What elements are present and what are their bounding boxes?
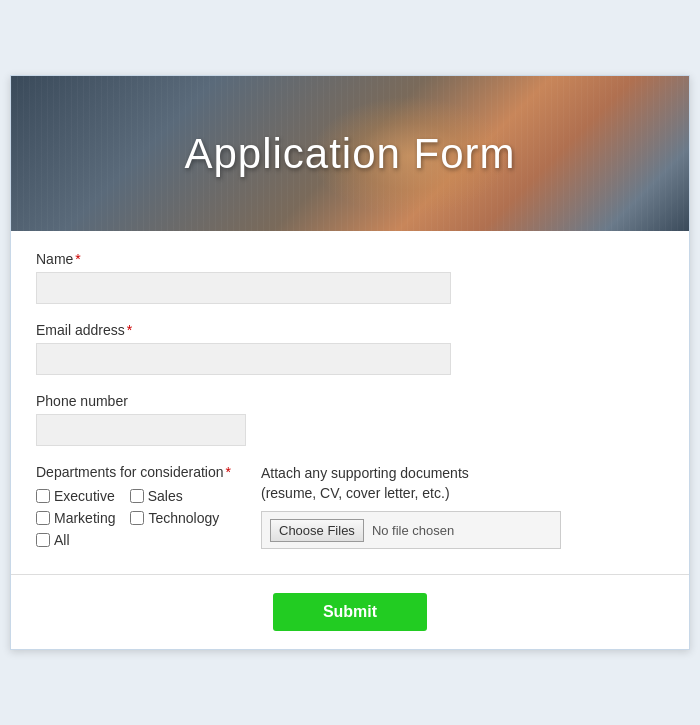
attach-label: Attach any supporting documents (resume,… xyxy=(261,464,664,503)
email-required-star: * xyxy=(127,322,132,338)
phone-label: Phone number xyxy=(36,393,664,409)
submit-button[interactable]: Submit xyxy=(273,593,427,631)
file-input-wrapper: Choose Files No file chosen xyxy=(261,511,561,549)
checkbox-technology[interactable]: Technology xyxy=(130,510,219,526)
checkbox-executive[interactable]: Executive xyxy=(36,488,115,504)
email-label: Email address* xyxy=(36,322,664,338)
phone-group: Phone number xyxy=(36,393,664,446)
checkbox-row-1: Executive Sales xyxy=(36,488,231,504)
phone-input[interactable] xyxy=(36,414,246,446)
choose-files-button[interactable]: Choose Files xyxy=(270,519,364,542)
departments-section: Departments for consideration* Executive… xyxy=(36,464,231,554)
form-header: Application Form xyxy=(11,76,689,231)
form-title: Application Form xyxy=(184,130,515,178)
checkbox-row-3: All xyxy=(36,532,231,548)
checkbox-sales-input[interactable] xyxy=(130,489,144,503)
departments-label: Departments for consideration* xyxy=(36,464,231,480)
name-input[interactable] xyxy=(36,272,451,304)
name-required-star: * xyxy=(75,251,80,267)
checkbox-all[interactable]: All xyxy=(36,532,70,548)
checkbox-marketing[interactable]: Marketing xyxy=(36,510,115,526)
bottom-section: Departments for consideration* Executive… xyxy=(36,464,664,554)
application-form-container: Application Form Name* Email address* Ph… xyxy=(10,75,690,650)
attach-section: Attach any supporting documents (resume,… xyxy=(261,464,664,554)
checkbox-marketing-input[interactable] xyxy=(36,511,50,525)
form-footer: Submit xyxy=(11,574,689,649)
form-body: Name* Email address* Phone number Depart… xyxy=(11,231,689,554)
no-file-text: No file chosen xyxy=(372,523,454,538)
checkbox-all-input[interactable] xyxy=(36,533,50,547)
checkbox-sales[interactable]: Sales xyxy=(130,488,183,504)
checkbox-executive-input[interactable] xyxy=(36,489,50,503)
checkbox-technology-input[interactable] xyxy=(130,511,144,525)
name-label: Name* xyxy=(36,251,664,267)
email-input[interactable] xyxy=(36,343,451,375)
departments-required-star: * xyxy=(226,464,231,480)
email-group: Email address* xyxy=(36,322,664,375)
checkbox-row-2: Marketing Technology xyxy=(36,510,231,526)
name-group: Name* xyxy=(36,251,664,304)
